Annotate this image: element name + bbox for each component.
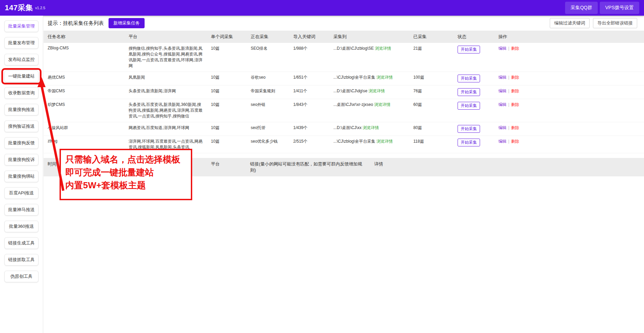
sidebar-item-baidu-api-push[interactable]: 百度API推送 (4, 187, 38, 199)
sidebar-item-batch-publish[interactable]: 批量发布管理 (4, 37, 38, 49)
delete-link[interactable]: 删除 (511, 102, 519, 107)
sidebar-item-index-data-query[interactable]: 收录数据查询 (4, 87, 38, 99)
table-row: 小旋风站群 网易资讯,百度知道,澎湃网,环球网 10篇 seo托管 1/439个… (44, 122, 644, 136)
task-platforms: 凤凰新闻 (125, 72, 207, 85)
action-separator: | (508, 102, 509, 107)
actions-cell: 编辑|删除 (494, 85, 644, 99)
col-detail: 详情 (370, 158, 644, 176)
save-path: ...\CJ\zblog\全平台采集 (333, 139, 375, 144)
delete-link[interactable]: 删除 (511, 89, 519, 93)
edit-filter-keywords-button[interactable]: 编辑过滤关键词 (550, 18, 590, 28)
save-path-cell: ...D:\桌面\CJ\dg\se 浏览详情 (329, 85, 409, 99)
actions-cell: 编辑|删除 (494, 136, 644, 153)
edit-link[interactable]: 编辑 (498, 46, 507, 51)
sidebar-item-sogou-verify-push[interactable]: 搜狗验证推送 (4, 121, 38, 132)
imported-keywords: 1/651个 (289, 72, 329, 85)
browse-detail-link[interactable]: 浏览详情 (368, 89, 385, 93)
collected-count: 118篇 (409, 136, 453, 153)
start-collect-button[interactable]: 开始采集 (458, 75, 480, 82)
task-platforms: 头条资讯,新浪新闻,澎湃网 (125, 85, 207, 99)
status-cell: 开始采集 (453, 85, 494, 99)
status-cell: 开始采集 (453, 43, 494, 72)
imported-keywords: 2/515个 (289, 136, 329, 153)
start-collect-button[interactable]: 开始采集 (458, 46, 480, 53)
delete-link[interactable]: 删除 (511, 46, 519, 51)
save-path-cell: ...D:\桌面\CJ\zblog\SE 浏览详情 (329, 43, 409, 72)
delete-link[interactable]: 删除 (511, 139, 519, 144)
start-collect-button[interactable]: 开始采集 (458, 102, 480, 110)
action-separator: | (508, 125, 509, 130)
edit-link[interactable]: 编辑 (498, 89, 507, 93)
top-header-bar: 147采集 v1.2.5 采集QQ群 VPS拨号设置 (0, 0, 644, 16)
collected-count: 100篇 (409, 72, 453, 85)
col-platform: 平台 (125, 31, 207, 43)
col-task-name: 任务名称 (44, 31, 125, 43)
browse-detail-link[interactable]: 浏览详情 (363, 125, 379, 130)
sidebar-item-sogou-complaint[interactable]: 批量搜狗投诉 (4, 154, 38, 165)
edit-link[interactable]: 编辑 (498, 102, 507, 107)
actions-cell: 编辑|删除 (494, 72, 644, 85)
col-collecting: 正在采集 (247, 31, 289, 43)
browse-detail-link[interactable]: 浏览详情 (377, 75, 393, 80)
annotation-line: 内置5W+套模板主题 (65, 179, 191, 192)
task-name: 小旋风站群 (44, 122, 125, 136)
vps-dial-settings-button[interactable]: VPS拨号设置 (600, 2, 639, 14)
per-word-count: 10篇 (207, 72, 247, 85)
sidebar-item-shenma-push[interactable]: 批量神马推送 (4, 204, 38, 216)
imported-keywords: 1/411个 (289, 85, 329, 99)
sidebar-item-one-key-site-build[interactable]: 一键批量建站 (4, 70, 38, 82)
sidebar-item-360-push[interactable]: 批量360推送 (4, 221, 38, 232)
actions-cell: 编辑|删除 (494, 43, 644, 72)
add-collect-task-button[interactable]: 新增采集任务 (109, 18, 145, 28)
sidebar-item-batch-collect[interactable]: 批量采集管理 (4, 20, 38, 32)
collected-count: 80篇 (409, 122, 453, 136)
col-actions: 操作 (494, 31, 644, 43)
imported-keywords: 1/439个 (289, 122, 329, 136)
table-row: ZBlog-CMS 搜狗微信,搜狗知乎,头条资讯,新浪新闻,凤凰新闻,搜狗公众号… (44, 43, 644, 72)
per-word-count: 10篇 (207, 85, 247, 99)
task-platforms: 搜狗微信,搜狗知乎,头条资讯,新浪新闻,凤凰新闻,搜狗公众号,搜狐新闻,网易资讯… (125, 43, 207, 72)
col-platform: 平台 (207, 158, 246, 176)
qq-group-button[interactable]: 采集QQ群 (565, 2, 598, 14)
sidebar-item-sogou-feedback[interactable]: 批量搜狗反馈 (4, 137, 38, 149)
table-row: 帝国CMS 头条资讯,新浪新闻,澎湃网 10篇 帝国采集规则 1/411个 ..… (44, 85, 644, 99)
save-path: ...D:\桌面\CJ\dg\se (333, 89, 367, 93)
edit-link[interactable]: 编辑 (498, 75, 507, 80)
status-cell: 开始采集 (453, 122, 494, 136)
sidebar-item-sogou-bind-site[interactable]: 批量搜狗绑站 (4, 171, 38, 182)
collected-count: 76篇 (409, 85, 453, 99)
browse-detail-link[interactable]: 浏览详情 (374, 102, 391, 107)
col-imported-keywords: 导入关键词 (289, 31, 329, 43)
action-separator: | (508, 139, 509, 144)
col-collected: 已采集 (409, 31, 453, 43)
edit-link[interactable]: 编辑 (498, 139, 507, 144)
collecting-keyword: SEO排名 (247, 43, 289, 72)
sidebar-item-sogou-push[interactable]: 批量搜狗推送 (4, 104, 38, 115)
start-collect-button[interactable]: 开始采集 (458, 139, 480, 146)
sidebar-item-link-grab-tool[interactable]: 链接抓取工具 (4, 254, 38, 266)
delete-link[interactable]: 删除 (511, 75, 519, 80)
sidebar-item-site-monitor[interactable]: 发布站点监控 (4, 54, 38, 65)
delete-link[interactable]: 删除 (511, 125, 519, 130)
collected-count: 21篇 (409, 43, 453, 72)
collected-count: 60篇 (409, 99, 453, 122)
table-row: 织梦CMS 头条资讯,百度资讯,新浪新闻,360新闻,搜狗资讯,搜狐新闻,网易资… (44, 99, 644, 122)
start-collect-button[interactable]: 开始采集 (458, 88, 480, 96)
per-word-count: 10篇 (207, 43, 247, 72)
save-path-cell: ...D:\桌面\CJ\xx 浏览详情 (329, 122, 409, 136)
export-error-links-button[interactable]: 导出全部错误链接 (593, 18, 637, 28)
edit-link[interactable]: 编辑 (498, 125, 507, 130)
task-name: 织梦CMS (44, 99, 125, 122)
start-collect-button[interactable]: 开始采集 (458, 125, 480, 133)
toolbar: 提示：挂机采集任务列表 新增采集任务 编辑过滤关键词 导出全部错误链接 (44, 16, 644, 31)
sidebar-item-link-generate-tool[interactable]: 链接生成工具 (4, 237, 38, 249)
task-list-tip: 提示：挂机采集任务列表 (48, 20, 104, 27)
browse-detail-link[interactable]: 浏览详情 (375, 46, 391, 51)
col-status: 状态 (453, 31, 494, 43)
status-cell: 开始采集 (453, 136, 494, 153)
annotation-line: 只需输入域名，点击选择模板 (65, 153, 191, 166)
col-link-note: 链接(量小的网站可能没有匹配，如需要可群内反馈增加规则) (246, 158, 370, 176)
sidebar-item-pseudo-original-tool[interactable]: 伪原创工具 (4, 271, 38, 282)
collecting-keyword: seo外链 (247, 99, 289, 122)
browse-detail-link[interactable]: 浏览详情 (377, 139, 393, 144)
